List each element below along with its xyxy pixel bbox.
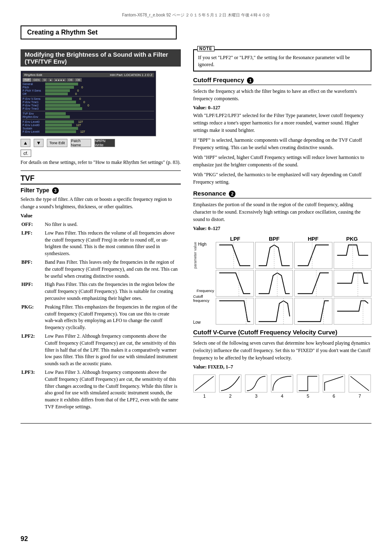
filter-value-desc: Low Pass Filter 2. Although frequency co… (45, 332, 180, 368)
filter-cell-lpf-3 (216, 298, 254, 325)
velocity-curves-container: 1 2 3 (193, 374, 371, 398)
filter-value-row: PKG: Peaking Filter. This emphasizes the… (21, 303, 180, 332)
cutoff-freq-diag-label: Cutoff frequency (193, 295, 214, 303)
patch-name-btn[interactable]: Patch Name (71, 139, 91, 147)
resonance-intro: Emphasizes the portion of the sound in t… (193, 201, 371, 223)
note-text: If you set "LPF2" or "LPF3," the setting… (198, 53, 367, 68)
tone-edit-btn[interactable]: Tone Edit (47, 139, 67, 147)
cutoff-vcurve-intro: Selects one of the following seven curve… (193, 339, 371, 362)
resonance-heading: Resonance 2 (193, 190, 371, 198)
filter-value-key: HPF: (21, 281, 44, 302)
cutoff-freq-para4: With "PKG" selected, the harmonics to be… (193, 171, 371, 186)
screenshot-caption: For details on these settings, refer to … (21, 159, 181, 166)
y-high-label: High (198, 242, 207, 246)
resonance-value: Value: 0–127 (193, 226, 371, 232)
vel-curve-4: 4 (271, 374, 293, 398)
cutoff-freq-intro: Selects the frequency at which the filte… (193, 88, 371, 102)
vel-curve-num-2: 2 (229, 394, 231, 398)
filter-value-key: OFF: (21, 221, 44, 228)
filter-value-key: PKG: (21, 303, 44, 332)
cutoff-freq-num: 1 (247, 77, 254, 84)
filter-cell-hpf-1 (294, 242, 332, 269)
filter-cell-pkg-3 (334, 298, 372, 325)
filter-value-desc: Band Pass Filter. This leaves only the f… (45, 258, 180, 280)
vel-curve-7: 7 (348, 374, 371, 398)
filter-value-key: BPF: (21, 258, 44, 280)
chapter-title: Creating a Rhythm Set (27, 29, 98, 36)
filter-value-row: LPF: Low Pass Filter. This reduces the v… (21, 229, 180, 258)
vel-curve-num-3: 3 (255, 394, 257, 398)
vel-curve-num-7: 7 (358, 394, 361, 398)
page-number: 92 (21, 535, 28, 543)
filter-value-row: BPF: Band Pass Filter. This leaves only … (21, 258, 180, 280)
nrpn-write-btn[interactable]: NRPN Write (95, 139, 115, 147)
nav-up-icon[interactable]: ▲ (21, 139, 30, 147)
left-column: Modifying the Brightness of a Sound with… (21, 49, 181, 415)
vel-curve-num-6: 6 (332, 394, 335, 398)
filter-label-bpf: BPF (255, 236, 294, 242)
filter-value-row: LPF2: Low Pass Filter 2. Although freque… (21, 332, 180, 368)
filter-value-row: HPF: High Pass Filter. This cuts the fre… (21, 281, 180, 302)
note-box: NOTE If you set "LPF2" or "LPF3," the se… (193, 49, 371, 71)
filter-value-key: LPF: (21, 229, 44, 258)
cutoff-freq-para3: With "HPF" selected, higher Cutoff Frequ… (193, 154, 371, 168)
filter-cell-lpf-2 (216, 270, 254, 297)
svg-rect-13 (219, 375, 241, 392)
cf-reference: cf. (21, 150, 31, 157)
filter-diagram: LPF BPF HPF PKG parameter value High (193, 236, 371, 325)
y-axis-label: parameter value (193, 242, 197, 269)
vel-curve-num-5: 5 (307, 394, 309, 398)
filter-cell-lpf-1 (216, 242, 254, 269)
vel-curve-1: 1 (193, 374, 216, 398)
filter-type-intro: Selects the type of filter. A filter cut… (21, 196, 181, 210)
filter-cell-hpf-2 (294, 270, 332, 297)
filter-value-desc: No filter is used. (45, 221, 180, 228)
cutoff-freq-para1: With "LPF/LPF2/LPF3" selected for the Fi… (193, 112, 371, 134)
filter-cell-pkg-2 (334, 270, 372, 297)
filter-value-key: LPF3: (21, 368, 44, 411)
cutoff-freq-para2: If "BPF" is selected, harmonic component… (193, 136, 371, 151)
filter-label-pkg: PKG (332, 236, 371, 242)
filter-value-row: OFF: No filter is used. (21, 221, 180, 228)
filter-type-value-label: Value (21, 213, 181, 219)
filter-label-hpf: HPF (294, 236, 333, 242)
tvf-heading: TVF (21, 174, 181, 184)
y-low-label: Low (193, 320, 214, 325)
filter-value-key: LPF2: (21, 332, 44, 368)
freq-label: Frequency (196, 289, 214, 293)
page-meta: Fantom-X678_r_e.book 92 ページ ２０１５年５月１２日 木… (21, 12, 371, 18)
vel-curve-3: 3 (245, 374, 267, 398)
filter-value-row: LPF3: Low Pass Filter 3. Although freque… (21, 368, 180, 411)
filter-cell-hpf-3 (294, 298, 332, 325)
filter-value-desc: Low Pass Filter 3. Although frequency co… (45, 368, 180, 411)
filter-cell-pkg-1 (334, 242, 372, 269)
vel-curve-5: 5 (297, 374, 319, 398)
vel-curve-num-1: 1 (203, 394, 205, 398)
resonance-num: 2 (229, 191, 235, 197)
cutoff-freq-heading: Cutoff Frequency 1 (193, 76, 371, 85)
filter-label-lpf: LPF (216, 236, 255, 242)
filter-cell-bpf-2 (255, 270, 293, 297)
screenshot: Rhythm Edit HiH Part: LOCATION 1 J O Z T… (21, 71, 156, 136)
vel-curve-num-4: 4 (281, 394, 283, 398)
svg-rect-17 (323, 375, 345, 392)
filter-value-desc: Peaking Filter. This emphasizes the freq… (45, 303, 180, 332)
chapter-header: Creating a Rhythm Set (21, 25, 177, 39)
vel-curve-6: 6 (323, 374, 345, 398)
filter-cell-bpf-1 (255, 242, 293, 269)
filter-cell-bpf-3 (255, 298, 293, 325)
nav-down-icon[interactable]: ▼ (34, 139, 44, 147)
note-label: NOTE (197, 46, 214, 51)
vel-curve-2: 2 (219, 374, 242, 398)
cutoff-freq-value: Value: 0–127 (193, 105, 371, 111)
filter-type-heading: Filter Type 3 (21, 187, 181, 194)
cutoff-vcurve-heading: Cutoff V-Curve (Cutoff Frequency Velocit… (193, 329, 371, 337)
right-column: NOTE If you set "LPF2" or "LPF3," the se… (193, 49, 371, 403)
cutoff-vcurve-value: Value: FIXED, 1–7 (193, 364, 371, 370)
filter-type-num: 3 (52, 187, 59, 194)
filter-value-desc: Low Pass Filter. This reduces the volume… (45, 229, 180, 258)
section-heading: Modifying the Brightness of a Sound with… (21, 49, 181, 67)
filter-type-value-table: OFF: No filter is used. LPF: Low Pass Fi… (21, 220, 181, 412)
filter-value-desc: High Pass Filter. This cuts the frequenc… (45, 281, 180, 302)
